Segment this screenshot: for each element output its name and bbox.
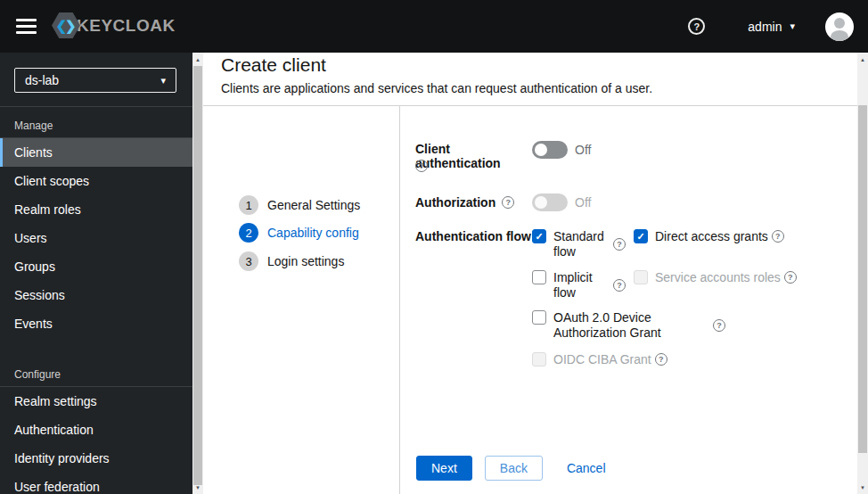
scroll-down-icon[interactable]: ▼	[857, 482, 868, 493]
step-label: Capability config	[267, 226, 359, 240]
avatar[interactable]	[825, 12, 854, 41]
section-label-manage: Manage	[0, 107, 192, 137]
help-icon[interactable]: ?	[613, 279, 626, 292]
help-icon[interactable]: ?	[713, 319, 725, 332]
sidebar-item-client-scopes[interactable]: Client scopes	[0, 167, 192, 195]
page-title: Create client	[221, 54, 652, 76]
oidc-ciba-grant-checkbox	[532, 352, 546, 366]
realm-name: ds-lab	[25, 73, 59, 87]
step-label: General Settings	[267, 198, 360, 212]
scroll-up-icon[interactable]: ▲	[857, 54, 868, 65]
oauth-device-grant-checkbox[interactable]	[532, 310, 546, 325]
main-content: Create client Clients are applications a…	[203, 53, 857, 494]
authorization-label: Authorization	[415, 195, 495, 210]
help-icon[interactable]: ?	[772, 230, 784, 243]
option-label: OIDC CIBA Grant	[553, 352, 651, 367]
next-button[interactable]: Next	[416, 456, 472, 481]
brand-text: KEYCLOAK	[77, 16, 176, 36]
section-label-configure: Configure	[0, 338, 192, 386]
username: admin	[748, 20, 782, 34]
main-scrollbar[interactable]: ▲ ▼	[857, 53, 868, 494]
authorization-state: Off	[575, 195, 591, 210]
page-header: Create client Clients are applications a…	[221, 54, 652, 95]
back-button[interactable]: Back	[485, 456, 543, 481]
wizard-nav: 1 General Settings 2 Capability config 3…	[203, 106, 400, 494]
user-menu[interactable]: admin ▾	[748, 20, 795, 34]
authorization-label-row: Authorization ?	[415, 195, 514, 210]
help-icon[interactable]: ?	[415, 160, 428, 172]
client-authentication-state: Off	[575, 143, 591, 157]
client-authentication-toggle[interactable]	[532, 141, 568, 159]
authentication-flow-label: Authentication flow	[415, 229, 531, 243]
sidebar-item-users[interactable]: Users	[0, 224, 192, 252]
sidebar-item-authentication[interactable]: Authentication	[0, 416, 192, 444]
sidebar-scrollbar[interactable]: ▲ ▼	[192, 53, 203, 494]
help-icon[interactable]: ?	[688, 18, 705, 35]
page-subtitle: Clients are applications and services th…	[221, 81, 652, 95]
wizard-step-capability-config[interactable]: 2 Capability config	[239, 223, 359, 243]
step-label: Login settings	[267, 254, 344, 268]
step-number: 2	[239, 223, 258, 243]
wizard-step-login-settings[interactable]: 3 Login settings	[239, 251, 344, 271]
option-label[interactable]: Standard flow	[553, 229, 609, 259]
sidebar-item-realm-roles[interactable]: Realm roles	[0, 195, 192, 224]
sidebar-item-groups[interactable]: Groups	[0, 252, 192, 281]
option-service-accounts-roles: Service accounts roles ?	[634, 270, 797, 285]
option-direct-access-grants: ✓ Direct access grants ?	[634, 229, 784, 244]
sidebar-item-clients[interactable]: Clients	[0, 138, 192, 167]
wizard-footer: Next Back Cancel	[416, 456, 606, 481]
sidebar-item-events[interactable]: Events	[0, 309, 192, 338]
option-oauth-device-grant: OAuth 2.0 Device Authorization Grant ?	[532, 310, 725, 341]
chevron-down-icon: ▾	[160, 75, 166, 86]
chevron-down-icon: ▾	[790, 21, 795, 32]
option-label: Service accounts roles	[655, 270, 781, 285]
option-label[interactable]: OAuth 2.0 Device Authorization Grant	[553, 310, 689, 341]
option-label[interactable]: Implicit flow	[553, 270, 609, 301]
cancel-link[interactable]: Cancel	[567, 461, 606, 475]
scroll-down-icon[interactable]: ▼	[192, 482, 203, 493]
implicit-flow-checkbox[interactable]	[532, 270, 546, 284]
help-icon[interactable]: ?	[655, 353, 667, 366]
client-authentication-label: Client authentication	[415, 142, 531, 170]
option-implicit-flow: Implicit flow ?	[532, 270, 626, 301]
sidebar-item-realm-settings[interactable]: Realm settings	[0, 387, 192, 416]
step-number: 3	[239, 251, 258, 271]
help-icon[interactable]: ?	[613, 238, 626, 251]
help-icon[interactable]: ?	[784, 271, 797, 284]
sidebar: ds-lab ▾ Manage Clients Client scopes Re…	[0, 53, 203, 494]
direct-access-grants-checkbox[interactable]: ✓	[634, 229, 648, 243]
scroll-up-icon[interactable]: ▲	[192, 54, 203, 65]
sidebar-item-user-federation[interactable]: User federation	[0, 473, 192, 494]
option-standard-flow: ✓ Standard flow ?	[532, 229, 626, 259]
scrollbar-thumb[interactable]	[858, 105, 867, 453]
keycloak-logo: ❮❯ KEYCLOAK	[52, 12, 176, 38]
wizard-step-general-settings[interactable]: 1 General Settings	[239, 195, 360, 215]
authorization-toggle	[532, 193, 568, 211]
scrollbar-thumb[interactable]	[193, 66, 202, 485]
sidebar-item-identity-providers[interactable]: Identity providers	[0, 444, 192, 473]
sidebar-item-sessions[interactable]: Sessions	[0, 281, 192, 309]
masthead: ❮❯ KEYCLOAK ? admin ▾	[0, 0, 868, 53]
nav-toggle-icon[interactable]	[16, 19, 37, 34]
option-label[interactable]: Direct access grants	[655, 229, 768, 244]
realm-selector[interactable]: ds-lab ▾	[14, 68, 176, 93]
help-icon[interactable]: ?	[502, 196, 514, 209]
step-number: 1	[239, 195, 258, 215]
service-accounts-roles-checkbox	[634, 270, 648, 284]
option-oidc-ciba-grant: OIDC CIBA Grant ?	[532, 352, 667, 367]
realm-block: ds-lab ▾	[0, 53, 192, 107]
standard-flow-checkbox[interactable]: ✓	[532, 229, 546, 243]
